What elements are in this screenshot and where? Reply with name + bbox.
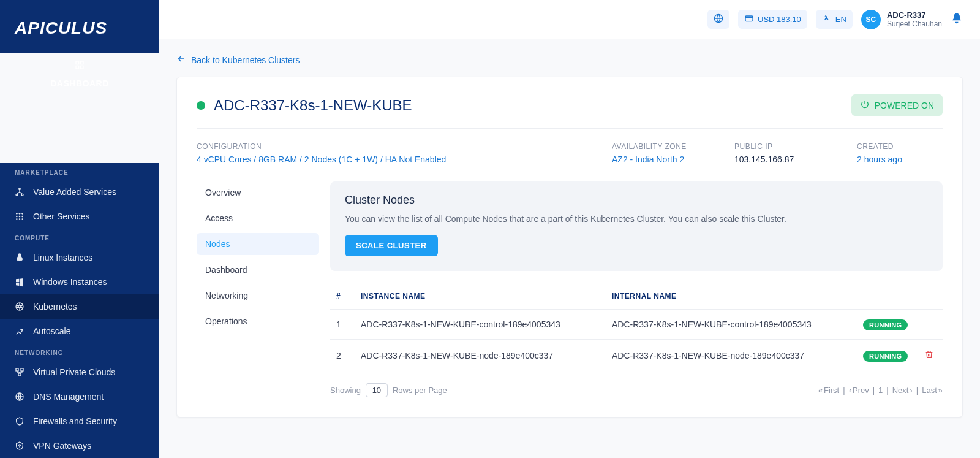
translate-icon [822,13,832,25]
sidebar-item-autoscale[interactable]: Autoscale [0,319,159,343]
nav-section-title: NETWORKING [0,343,159,360]
svg-point-5 [16,194,18,196]
language-chip[interactable]: EN [816,10,853,29]
sidebar-item-label: Autoscale [33,326,70,336]
delete-button[interactable] [924,351,934,361]
linux-icon [15,253,24,262]
svg-point-4 [19,188,21,190]
page-body: Back to Kubernetes Clusters ADC-R337-K8s… [159,39,980,458]
table-footer: Showing Rows per Page « First | ‹ Prev |… [330,383,943,397]
power-button[interactable]: POWERED ON [851,94,943,116]
status-badge: RUNNING [863,319,908,330]
svg-rect-1 [80,61,83,64]
tab-access[interactable]: Access [197,207,319,229]
sidebar-item-linux-instances[interactable]: Linux Instances [0,245,159,270]
sidebar-item-value-added-services[interactable]: Value Added Services [0,180,159,204]
created-label: CREATED [857,142,943,151]
sidebar-item-label: Value Added Services [33,187,116,197]
col-internal[interactable]: INTERNAL NAME [606,283,857,310]
col-instance[interactable]: INSTANCE NAME [355,283,606,310]
svg-point-13 [16,218,18,220]
cluster-meta: CONFIGURATION 4 vCPU Cores / 8GB RAM / 2… [197,129,943,181]
user-name: Surjeet Chauhan [887,20,942,28]
balance-value: USD 183.10 [758,15,801,24]
user-code: ADC-R337 [887,10,942,20]
autoscale-icon [15,326,24,336]
svg-rect-19 [21,368,23,371]
tab-operations[interactable]: Operations [197,310,319,332]
user-menu[interactable]: SC ADC-R337 Surjeet Chauhan [861,10,942,29]
ip-value: 103.145.166.87 [734,155,820,164]
config-label: CONFIGURATION [197,142,575,151]
tab-nodes[interactable]: Nodes [197,233,319,255]
sidebar-item-other-services[interactable]: Other Services [0,204,159,229]
pager-prev[interactable]: ‹ Prev [849,386,869,395]
sidebar-item-dns-management[interactable]: DNS Management [0,384,159,409]
globe-button[interactable] [707,10,729,29]
svg-rect-24 [745,16,753,21]
hierarchy-icon [15,187,24,197]
tab-networking[interactable]: Networking [197,284,319,307]
cell-index: 2 [330,340,355,372]
cluster-header: ADC-R337-K8s-1-NEW-KUBE POWERED ON [197,94,943,129]
nav-section-title: COMPUTE [0,229,159,245]
svg-rect-2 [76,66,79,69]
sidebar-item-label: Kubernetes [33,302,77,311]
tab-overview[interactable]: Overview [197,181,319,204]
col-index: # [330,283,355,310]
svg-point-9 [21,213,23,215]
wallet-icon [744,13,754,25]
sidebar-item-vpn-gateways[interactable]: VPN Gateways [0,433,159,458]
svg-rect-0 [76,61,79,64]
showing-label: Showing [330,386,361,395]
rows-per-page-input[interactable] [366,383,388,397]
kubernetes-icon [15,302,24,311]
nodes-table: # INSTANCE NAME INTERNAL NAME 1ADC-R337-… [330,283,943,371]
svg-point-22 [19,445,21,446]
cluster-title: ADC-R337-K8s-1-NEW-KUBE [214,97,412,114]
pager-last[interactable]: Last » [922,386,943,395]
tab-dashboard[interactable]: Dashboard [197,259,319,281]
notifications-button[interactable] [951,12,963,27]
power-icon [860,99,870,111]
sidebar-item-label: Other Services [33,212,90,221]
sidebar-item-dashboard[interactable]: DASHBOARD [0,53,159,163]
panel-intro: Cluster Nodes You can view the list of a… [330,181,943,271]
cell-internal: ADC-R337-K8s-1-NEW-KUBE-control-189e4005… [606,310,857,340]
sidebar-item-virtual-private-clouds[interactable]: Virtual Private Clouds [0,360,159,384]
main: USD 183.10 EN SC ADC-R337 Surjeet Chauha… [159,0,980,458]
sidebar-item-kubernetes[interactable]: Kubernetes [0,294,159,319]
back-link[interactable]: Back to Kubernetes Clusters [176,54,300,66]
svg-point-10 [16,216,18,218]
cell-status: RUNNING [857,340,918,372]
pager-first[interactable]: « First [818,386,840,395]
globe-icon [714,13,723,25]
table-row: 1ADC-R337-K8s-1-NEW-KUBE-control-189e400… [330,310,943,340]
sidebar-item-label: Firewalls and Security [33,416,117,426]
avatar: SC [861,10,881,29]
pager: « First | ‹ Prev | 1 | Next › | Last » [818,386,943,395]
svg-point-16 [18,305,21,308]
config-value[interactable]: 4 vCPU Cores / 8GB RAM / 2 Nodes (1C + 1… [197,155,575,164]
svg-point-12 [21,216,23,218]
sidebar-item-label: VPN Gateways [33,441,91,451]
svg-point-14 [19,218,21,220]
cell-index: 1 [330,310,355,340]
language-value: EN [835,15,846,24]
cell-status: RUNNING [857,310,918,340]
az-value[interactable]: AZ2 - India North 2 [612,155,698,164]
logo-text: APICULUS [15,18,145,38]
arrow-left-icon [176,54,186,66]
sidebar-item-firewalls-and-security[interactable]: Firewalls and Security [0,409,159,433]
pager-next[interactable]: Next › [892,386,913,395]
rows-per-label: Rows per Page [393,386,447,395]
svg-point-8 [19,213,21,215]
panel-title: Cluster Nodes [345,194,928,207]
balance-chip[interactable]: USD 183.10 [738,10,807,29]
table-row: 2ADC-R337-K8s-1-NEW-KUBE-node-189e400c33… [330,340,943,372]
panel-desc: You can view the list of all Compute Nod… [345,214,928,224]
sidebar-item-windows-instances[interactable]: Windows Instances [0,270,159,294]
status-dot [197,101,205,110]
scale-cluster-button[interactable]: SCALE CLUSTER [345,235,438,256]
nodes-panel: Cluster Nodes You can view the list of a… [330,181,943,397]
